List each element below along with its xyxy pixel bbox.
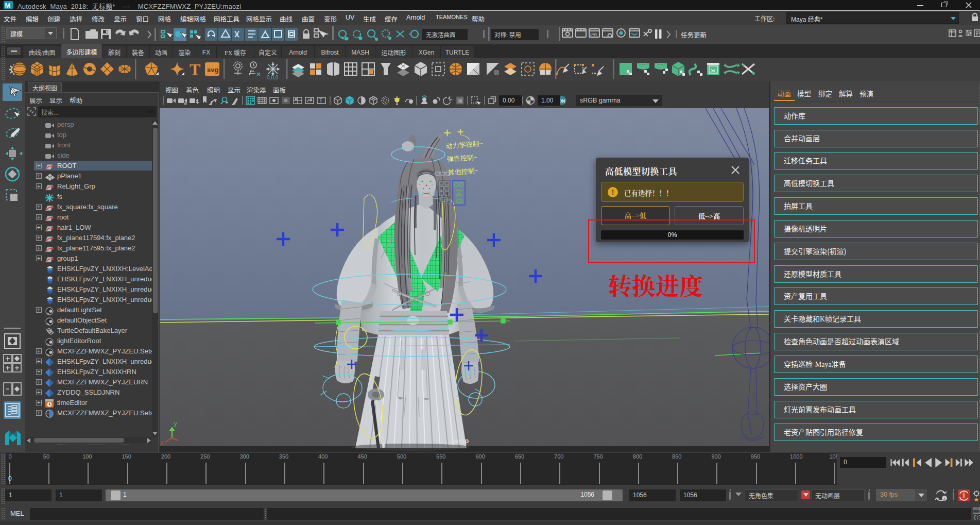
svg-text:persp: persp (451, 437, 469, 445)
svg-text:1: 1 (943, 497, 946, 501)
svg-text:T: T (190, 60, 200, 79)
svg-text:x: x (161, 440, 163, 446)
svg-text:y: y (174, 420, 177, 427)
svg-text:{;}: {;} (973, 515, 980, 520)
svg-text:M: M (5, 2, 11, 9)
svg-text:svg: svg (207, 66, 218, 74)
svg-text:IPR: IPR (590, 32, 597, 37)
svg-text:T: T (319, 98, 322, 104)
svg-text:0,0,0: 0,0,0 (267, 75, 279, 80)
